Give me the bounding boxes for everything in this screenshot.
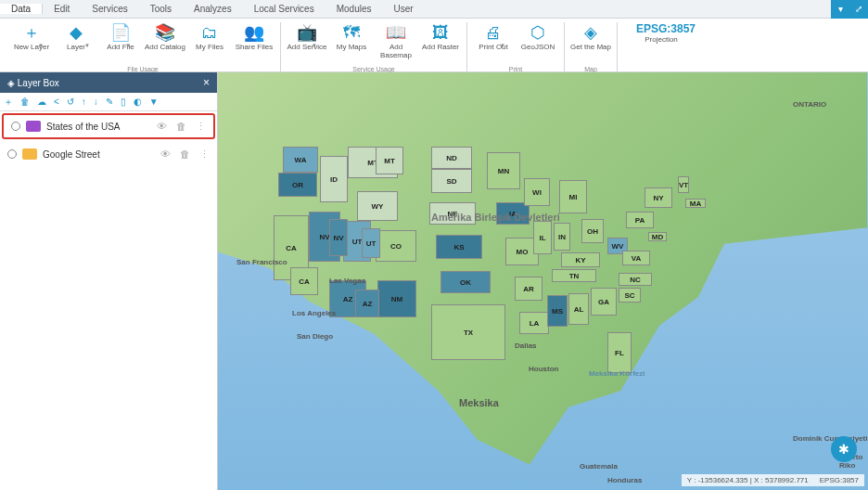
layertool-0[interactable]: ＋: [4, 96, 13, 109]
my-maps-button[interactable]: 🗺My Maps: [329, 22, 374, 72]
menu-data[interactable]: Data: [0, 4, 43, 14]
status-bar: Y : -13536624.335 | X : 5378992.771 EPSG…: [682, 474, 864, 486]
state-SD[interactable]: SD: [431, 169, 472, 193]
maplabel: Honduras: [607, 476, 642, 484]
maplabel: Dominik Cumhuriyeti: [793, 434, 867, 443]
state-AR[interactable]: AR: [515, 277, 542, 301]
state-VT[interactable]: VT: [678, 176, 689, 193]
state-SC[interactable]: SC: [619, 288, 641, 303]
maximize-icon[interactable]: ⤢: [849, 0, 868, 19]
state-OK[interactable]: OK: [440, 271, 491, 293]
state-MN[interactable]: MN: [487, 152, 520, 189]
state-KS[interactable]: KS: [436, 235, 482, 259]
more-icon[interactable]: ⋮: [199, 148, 210, 161]
layertool-3[interactable]: <: [54, 97, 59, 107]
state-MD[interactable]: MD: [648, 232, 667, 241]
layertool-6[interactable]: ↓: [94, 97, 98, 107]
map-canvas[interactable]: WAORCANVIDUTAZMTWYCONMNDSDNEKSOKTXMNIAMO…: [218, 72, 868, 490]
menu-bar: Data Edit Services Tools Analyzes Local …: [0, 0, 868, 19]
radio-icon[interactable]: [11, 122, 20, 131]
layer-states-of-the-usa[interactable]: States of the USA👁🗑⋮: [2, 113, 215, 139]
minimize-icon[interactable]: ▾: [831, 0, 849, 19]
layertool-4[interactable]: ↺: [67, 97, 74, 107]
my-files-button[interactable]: 🗂My Files: [187, 22, 232, 72]
layerbox-title: Layer Box: [18, 78, 59, 88]
state-NM[interactable]: NM: [377, 280, 416, 317]
menu-analyzes[interactable]: Analyzes: [183, 4, 243, 14]
geojson-button[interactable]: ⬡GeoJSON: [516, 22, 560, 72]
menu-user[interactable]: User: [383, 4, 425, 14]
state-NV[interactable]: NV: [329, 219, 348, 256]
menu-edit[interactable]: Edit: [43, 4, 81, 14]
country-label: Amerika Birleşik Devletleri: [431, 212, 560, 223]
state-AZ[interactable]: AZ: [355, 290, 379, 317]
state-VA[interactable]: VA: [622, 251, 650, 265]
state-KY[interactable]: KY: [561, 252, 600, 267]
state-AL[interactable]: AL: [568, 293, 589, 325]
maplabel: Los Angeles: [292, 309, 336, 317]
print-out-button[interactable]: 🖨▼Print Out: [471, 22, 516, 72]
menu-services[interactable]: Services: [81, 4, 138, 14]
layertool-5[interactable]: ↑: [82, 97, 86, 107]
add-file-button[interactable]: 📄▼Add File: [98, 22, 143, 72]
state-ID[interactable]: ID: [320, 156, 348, 202]
layertool-7[interactable]: ✎: [106, 97, 113, 107]
state-WY[interactable]: WY: [357, 191, 398, 221]
get-the-map-button[interactable]: ◈Get the Map: [568, 22, 613, 72]
add-catalog-button[interactable]: 📚Add Catalog: [143, 22, 187, 72]
state-MI[interactable]: MI: [559, 180, 587, 213]
toolbar: ＋▼New Layer◆▼Layer📄▼Add File📚Add Catalog…: [0, 19, 868, 72]
state-MA[interactable]: MA: [685, 199, 706, 208]
more-icon[interactable]: ⋮: [196, 121, 206, 133]
projection-code[interactable]: EPSG:3857: [636, 22, 696, 35]
eye-icon[interactable]: 👁: [157, 121, 167, 132]
state-IL[interactable]: IL: [533, 221, 552, 254]
state-NY[interactable]: NY: [645, 187, 672, 208]
state-FL[interactable]: FL: [607, 332, 632, 373]
layer-google-street[interactable]: Google Street👁🗑⋮: [0, 141, 217, 167]
layertool-1[interactable]: 🗑: [20, 97, 30, 107]
layer-button[interactable]: ◆▼Layer: [54, 22, 98, 72]
state-LA[interactable]: LA: [519, 312, 549, 334]
menu-modules[interactable]: Modules: [326, 4, 383, 14]
state-IN[interactable]: IN: [554, 223, 570, 251]
state-PA[interactable]: PA: [626, 212, 654, 228]
layertool-9[interactable]: ◐: [134, 97, 142, 107]
close-icon[interactable]: ×: [203, 76, 210, 89]
state-GA[interactable]: GA: [591, 288, 617, 316]
fab-button[interactable]: ✱: [831, 436, 857, 462]
trash-icon[interactable]: 🗑: [180, 148, 190, 160]
layertool-8[interactable]: ▯: [121, 97, 126, 107]
state-CA[interactable]: CA: [290, 267, 318, 295]
state-NC[interactable]: NC: [619, 273, 652, 286]
maplabel: ONTARIO: [793, 100, 826, 109]
state-MT[interactable]: MT: [376, 147, 403, 174]
stack-icon: ◈: [7, 78, 15, 88]
state-TN[interactable]: TN: [552, 269, 596, 282]
layertool-2[interactable]: ☁: [37, 97, 46, 107]
state-MS[interactable]: MS: [547, 295, 568, 327]
maplabel: Houston: [529, 365, 558, 373]
state-WA[interactable]: WA: [283, 147, 318, 173]
state-UT[interactable]: UT: [362, 228, 380, 258]
state-TX[interactable]: TX: [431, 304, 505, 360]
add-service-button[interactable]: 📺▼Add Service: [285, 22, 329, 72]
state-WI[interactable]: WI: [524, 178, 550, 206]
radio-icon[interactable]: [7, 149, 17, 159]
layertool-10[interactable]: ▼: [149, 97, 159, 107]
add-basemap-button[interactable]: 📖Add Basemap: [374, 22, 418, 72]
menu-tools[interactable]: Tools: [139, 4, 183, 14]
state-ND[interactable]: ND: [431, 147, 472, 169]
menu-localservices[interactable]: Local Services: [243, 4, 326, 14]
share-files-button[interactable]: 👥Share Files: [232, 22, 276, 72]
state-CO[interactable]: CO: [376, 230, 416, 262]
maplabel: Guatemala: [580, 462, 618, 471]
new-layer-button[interactable]: ＋▼New Layer: [9, 22, 54, 72]
trash-icon[interactable]: 🗑: [176, 121, 186, 132]
state-OR[interactable]: OR: [278, 173, 317, 197]
layer-thumb: [22, 148, 37, 160]
maplabel: San Francisco: [236, 258, 287, 266]
state-OH[interactable]: OH: [581, 219, 604, 243]
eye-icon[interactable]: 👁: [160, 148, 171, 160]
add-raster-button[interactable]: 🖼Add Raster: [418, 22, 463, 72]
